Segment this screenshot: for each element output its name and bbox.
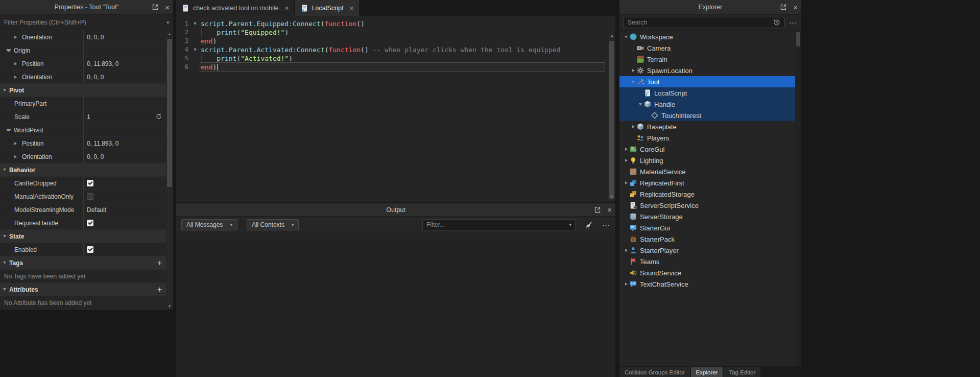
tree-item-materialservice[interactable]: MaterialService	[619, 166, 795, 177]
code-editor[interactable]: 1script.Parent.Equipped:Connect(function…	[176, 16, 615, 202]
scroll-down-icon[interactable]: ▼	[166, 303, 173, 310]
expand-arrow[interactable]	[14, 36, 19, 39]
tree-item-teams[interactable]: Teams	[619, 256, 795, 267]
collapse-arrow[interactable]	[3, 169, 6, 171]
checkbox-manualactivationonly[interactable]	[87, 193, 93, 200]
checkbox-canbedropped[interactable]	[87, 180, 93, 186]
scroll-down-icon[interactable]: ▼	[608, 194, 615, 200]
dock-tab-tag-editor[interactable]: Tag Editor	[724, 367, 760, 377]
popout-icon[interactable]	[593, 206, 602, 214]
scroll-up-icon[interactable]: ▲	[608, 33, 615, 39]
tree-item-handle[interactable]: Handle	[619, 99, 795, 110]
property-position[interactable]: Position0, 11.893, 0	[0, 137, 166, 150]
property-modelstreamingmode[interactable]: ModelStreamingModeDefault	[0, 203, 166, 217]
dock-tab-collision-groups-editor[interactable]: Collision Groups Editor	[619, 367, 690, 377]
scrollbar-thumb[interactable]	[609, 41, 614, 199]
code-line-3[interactable]: 3end)	[176, 37, 615, 45]
expand-arrow[interactable]	[630, 125, 636, 128]
properties-scrollbar[interactable]: ▲ ▼	[166, 31, 173, 310]
more-options-icon[interactable]: …	[789, 21, 797, 25]
search-history-icon[interactable]	[773, 18, 781, 27]
expand-arrow[interactable]	[623, 282, 629, 286]
tree-item-serverstorage[interactable]: ServerStorage	[619, 211, 795, 222]
expand-arrow[interactable]	[14, 142, 19, 145]
collapse-arrow[interactable]	[3, 235, 6, 238]
section-pivot[interactable]: Pivot	[0, 84, 166, 97]
expand-arrow[interactable]	[623, 181, 629, 184]
close-icon[interactable]: ×	[607, 206, 612, 214]
code-line-6[interactable]: 6end)	[176, 63, 615, 72]
tree-item-camera[interactable]: Camera	[619, 42, 795, 54]
explorer-scrollbar[interactable]	[795, 31, 801, 366]
collapse-arrow[interactable]	[3, 262, 6, 264]
checkbox-requireshandle[interactable]	[87, 220, 93, 226]
expand-arrow[interactable]	[630, 69, 636, 72]
explorer-search-input[interactable]	[628, 19, 770, 26]
expand-arrow[interactable]	[6, 129, 11, 131]
chevron-down-icon[interactable]: ▾	[569, 222, 571, 227]
section-state[interactable]: State	[0, 230, 166, 243]
property-worldpivot[interactable]: WorldPivot	[0, 124, 166, 137]
all-contexts-dropdown[interactable]: All Contexts ▾	[247, 219, 299, 230]
scrollbar-thumb[interactable]	[796, 32, 800, 46]
code-line-2[interactable]: 2 print("Equipped!")	[176, 28, 615, 37]
tree-item-replicatedfirst[interactable]: ReplicatedFirst	[619, 177, 795, 188]
property-canbedropped[interactable]: CanBeDropped	[0, 177, 166, 190]
property-enabled[interactable]: Enabled	[0, 243, 166, 256]
section-tags[interactable]: Tags+	[0, 256, 166, 270]
checkbox-enabled[interactable]	[87, 246, 93, 253]
property-origin[interactable]: Origin	[0, 44, 166, 57]
editor-tab-check-activated-tool-on-mobile[interactable]: check activated tool on mobile×	[176, 0, 294, 16]
clear-output-icon[interactable]	[585, 221, 593, 229]
tree-item-coregui[interactable]: CoreGui	[619, 144, 795, 155]
tree-item-touchinterest[interactable]: TouchInterest	[619, 110, 795, 121]
property-requireshandle[interactable]: RequiresHandle	[0, 217, 166, 230]
expand-arrow[interactable]	[14, 62, 19, 65]
editor-scrollbar[interactable]: ▲ ▼	[608, 33, 615, 200]
reset-icon[interactable]	[155, 113, 162, 122]
close-icon[interactable]: ×	[793, 4, 798, 11]
expand-arrow[interactable]	[6, 49, 11, 52]
section-attributes[interactable]: Attributes+	[0, 283, 166, 296]
output-content[interactable]	[176, 234, 615, 377]
tree-item-starterplayer[interactable]: StarterPlayer	[619, 245, 795, 256]
scrollbar-thumb[interactable]	[167, 39, 172, 187]
add-tags-button[interactable]: +	[157, 259, 162, 267]
property-position[interactable]: Position0, 11.893, 0	[0, 57, 166, 70]
tree-item-serverscriptservice[interactable]: ServerScriptService	[619, 200, 795, 211]
fold-arrow[interactable]	[189, 45, 201, 54]
property-scale[interactable]: Scale1	[0, 110, 166, 124]
expand-arrow[interactable]	[14, 155, 19, 158]
property-orientation[interactable]: Orientation0, 0, 0	[0, 150, 166, 163]
tree-item-tool[interactable]: Tool	[619, 76, 795, 87]
tree-item-spawnlocation[interactable]: SpawnLocation	[619, 65, 795, 76]
tree-item-soundservice[interactable]: SoundService	[619, 267, 795, 278]
editor-tab-localscript[interactable]: LocalScript×	[295, 0, 359, 16]
code-line-5[interactable]: 5 print("Activated!")	[176, 54, 615, 63]
tree-item-startergui[interactable]: StarterGui	[619, 222, 795, 233]
dock-tab-explorer[interactable]: Explorer	[691, 367, 723, 377]
expand-arrow[interactable]	[623, 36, 629, 38]
tree-item-replicatedstorage[interactable]: ReplicatedStorage	[619, 188, 795, 200]
tree-item-textchatservice[interactable]: TextChatService	[619, 278, 795, 290]
more-options-icon[interactable]: …	[602, 223, 610, 227]
tree-item-starterpack[interactable]: StarterPack	[619, 233, 795, 245]
output-filter-input[interactable]	[426, 221, 566, 228]
tab-close-icon[interactable]: ×	[284, 5, 289, 12]
collapse-arrow[interactable]	[3, 89, 6, 91]
popout-icon[interactable]	[779, 3, 787, 11]
tree-item-workspace[interactable]: Workspace	[619, 31, 795, 42]
property-manualactivationonly[interactable]: ManualActivationOnly	[0, 190, 166, 203]
expand-arrow[interactable]	[14, 76, 19, 79]
expand-arrow[interactable]	[637, 103, 643, 106]
filter-dropdown-icon[interactable]: ▾	[166, 20, 169, 25]
expand-arrow[interactable]	[623, 148, 629, 151]
tree-item-terrain[interactable]: Terrain	[619, 54, 795, 65]
tree-item-players[interactable]: Players	[619, 132, 795, 144]
add-attributes-button[interactable]: +	[157, 286, 162, 294]
tree-item-localscript[interactable]: LocalScript	[619, 87, 795, 99]
property-orientation[interactable]: Orientation0, 0, 0	[0, 70, 166, 84]
properties-filter-input[interactable]	[4, 19, 166, 26]
property-orientation[interactable]: Orientation0, 0, 0	[0, 31, 166, 44]
tree-item-lighting[interactable]: Lighting	[619, 155, 795, 166]
